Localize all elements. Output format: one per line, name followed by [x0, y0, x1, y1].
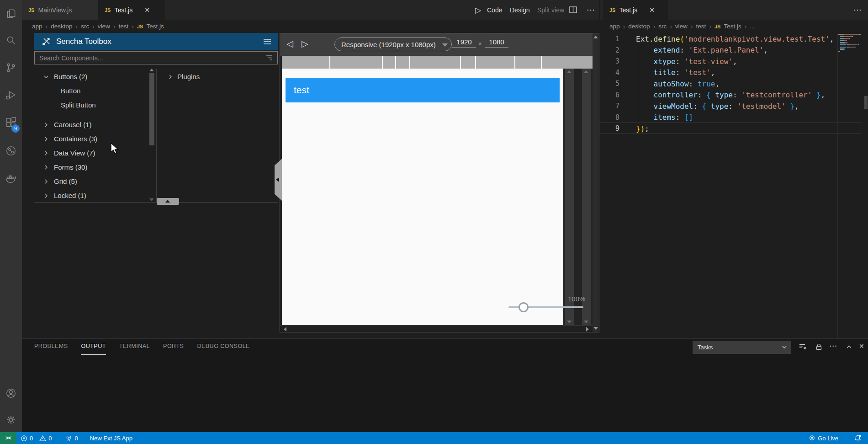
code-line[interactable]: 7 viewModel: { type: 'testmodel' },	[599, 101, 868, 112]
remote-indicator[interactable]: ><	[0, 432, 16, 444]
vertical-scrollbar[interactable]	[582, 69, 591, 325]
ports-status[interactable]: 0	[65, 435, 78, 442]
scroll-up-icon[interactable]	[567, 70, 572, 73]
tree-group-row[interactable]: Buttons (2)	[34, 70, 148, 84]
split-editor-icon[interactable]	[569, 0, 577, 20]
breadcrumb-item[interactable]: Test.js	[724, 23, 741, 30]
close-icon[interactable]: ✕	[144, 6, 150, 14]
close-panel-icon[interactable]: ✕	[859, 342, 864, 350]
panel-tab-output[interactable]: OUTPUT	[81, 339, 106, 355]
go-live-button[interactable]: Go Live	[809, 435, 838, 442]
device-preset-block[interactable]	[410, 56, 460, 69]
code-editor[interactable]: 1Ext.define('modrenblankpivot.view.test.…	[599, 33, 868, 338]
breadcrumb-item[interactable]: src	[81, 23, 89, 30]
menu-icon[interactable]	[263, 38, 271, 45]
breadcrumb-item[interactable]: test	[119, 23, 129, 30]
breadcrumb-item[interactable]: app	[32, 23, 42, 30]
panel-header-preview[interactable]: test	[286, 78, 560, 102]
height-input[interactable]	[485, 38, 508, 48]
split-view-button[interactable]: Split view	[537, 0, 564, 20]
scroll-up-icon[interactable]	[149, 69, 154, 71]
scroll-up-icon[interactable]	[593, 36, 598, 38]
maximize-panel-icon[interactable]	[845, 343, 853, 351]
tree-group-row[interactable]: Locked (1)	[34, 188, 148, 202]
scroll-down-icon[interactable]	[149, 198, 154, 201]
device-preset-block[interactable]	[542, 56, 593, 69]
device-preset-block[interactable]	[282, 56, 329, 69]
lock-icon[interactable]	[815, 343, 823, 351]
scroll-right-icon[interactable]	[586, 327, 589, 332]
tree-group-plugins[interactable]: Plugins	[157, 70, 275, 84]
more-actions-icon[interactable]: ⋯	[853, 0, 862, 20]
breadcrumb-item[interactable]: test	[696, 23, 706, 30]
scrollbar-thumb[interactable]	[149, 73, 154, 145]
code-line[interactable]: 2 extend: 'Ext.panel.Panel',	[599, 45, 868, 56]
panel-tab-problems[interactable]: PROBLEMS	[34, 339, 68, 355]
design-view-button[interactable]: Design	[510, 0, 530, 20]
accounts-icon[interactable]	[5, 387, 17, 399]
device-preset-block[interactable]	[383, 56, 395, 69]
breadcrumb-item[interactable]: desktop	[51, 23, 72, 30]
tab-test-js-right[interactable]: JS Test.js ✕	[603, 0, 668, 20]
search-input[interactable]	[35, 54, 265, 62]
device-preset-block[interactable]	[461, 56, 475, 69]
tab-test-js[interactable]: JS Test.js ✕	[98, 0, 165, 20]
panel-tab-debug-console[interactable]: DEBUG CONSOLE	[197, 339, 250, 355]
width-input[interactable]	[452, 38, 476, 48]
tree-item-row[interactable]: Button	[34, 84, 148, 98]
tree-group-row[interactable]: Grid (5)	[34, 174, 148, 188]
code-line[interactable]: 5 autoShow: true,	[599, 78, 868, 90]
code-line[interactable]: 6 controller: { type: 'testcontroller' }…	[599, 90, 868, 101]
explorer-icon[interactable]	[5, 8, 17, 20]
settings-gear-icon[interactable]	[5, 414, 17, 426]
scroll-left-icon[interactable]	[284, 327, 286, 332]
clear-output-icon[interactable]	[799, 343, 807, 351]
outer-vertical-scrollbar[interactable]	[593, 33, 599, 332]
docker-icon[interactable]	[5, 172, 17, 184]
code-line[interactable]: 4 title: 'test',	[599, 67, 868, 79]
tree-group-row[interactable]: Forms (30)	[34, 160, 148, 174]
notifications-bell-icon[interactable]	[854, 434, 862, 442]
problems-status[interactable]: 0 0	[21, 435, 52, 442]
panel-tab-terminal[interactable]: TERMINAL	[119, 339, 150, 355]
breadcrumb-item[interactable]: view	[98, 23, 110, 30]
tree-item-row[interactable]: Split Button	[34, 98, 148, 112]
search-icon[interactable]	[5, 34, 17, 46]
device-preset-block[interactable]	[476, 56, 514, 69]
forward-icon[interactable]: ▷	[302, 38, 308, 48]
remote-explorer-icon[interactable]	[5, 145, 17, 157]
vertical-scrollbar[interactable]	[565, 69, 574, 325]
code-line[interactable]: 3 xtype: 'test-view',	[599, 56, 868, 67]
more-actions-icon[interactable]: ⋯	[587, 0, 595, 20]
design-canvas[interactable]: test	[282, 69, 563, 325]
app-name-status[interactable]: New Ext JS App	[90, 435, 132, 442]
breadcrumb-item[interactable]: src	[658, 23, 667, 30]
source-control-icon[interactable]	[5, 62, 17, 74]
editor-scrollbar-thumb[interactable]	[864, 96, 868, 109]
tab-mainview-js[interactable]: JS MainView.js	[22, 0, 98, 20]
device-preset-block[interactable]	[515, 56, 541, 69]
breadcrumb-item[interactable]: Test.js	[146, 23, 164, 30]
breadcrumb-item[interactable]: desktop	[628, 23, 650, 30]
horizontal-scrollbar[interactable]	[280, 325, 593, 332]
scroll-down-icon[interactable]	[567, 321, 572, 323]
tree-scrollbar[interactable]	[149, 69, 155, 202]
scroll-up-icon[interactable]	[584, 70, 588, 73]
scroll-down-icon[interactable]	[584, 321, 588, 323]
close-icon[interactable]: ✕	[649, 6, 655, 14]
code-line[interactable]: 8 items: []	[599, 112, 868, 123]
minimap[interactable]	[838, 34, 863, 55]
device-preset-block[interactable]	[330, 56, 381, 69]
filter-icon[interactable]	[265, 55, 273, 61]
scroll-top-handle[interactable]	[157, 198, 179, 205]
back-icon[interactable]: ◁	[286, 38, 293, 48]
output-channel-dropdown[interactable]: Tasks	[693, 341, 791, 354]
breadcrumb-item[interactable]: view	[675, 23, 688, 30]
panel-tab-ports[interactable]: PORTS	[163, 339, 184, 355]
tree-group-row[interactable]: Carousel (1)	[34, 118, 148, 132]
device-preset-dropdown[interactable]: Responsive (1920px x 1080px)	[334, 37, 452, 51]
code-view-button[interactable]: Code	[487, 0, 502, 20]
zoom-slider-knob[interactable]	[519, 302, 529, 312]
run-file-icon[interactable]: ▷	[475, 0, 481, 20]
more-actions-icon[interactable]: ⋯	[829, 341, 837, 350]
